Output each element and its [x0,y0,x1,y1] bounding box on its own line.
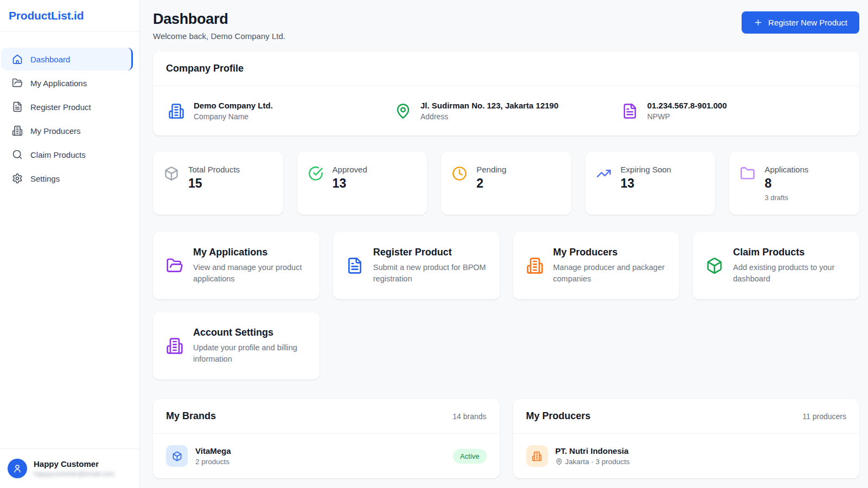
stat-applications: Applications 8 3 drafts [729,152,859,215]
package-icon [172,451,182,461]
sidebar-item-my-applications[interactable]: My Applications [1,72,133,94]
folder-open-icon [12,78,23,88]
action-my-producers[interactable]: My Producers Manage producer and package… [513,232,680,299]
stat-label: Applications [764,165,808,174]
sidebar-item-label: Claim Products [30,150,86,159]
my-producers-header: My Producers 11 producers [513,399,860,434]
action-title: Account Settings [193,327,307,338]
stat-value: 15 [188,176,240,191]
building-icon [168,103,184,119]
producers-count: 11 producers [802,412,846,421]
sidebar-item-label: Register Product [30,102,91,112]
page-subtitle: Welcome back, Demo Company Ltd. [153,31,285,41]
producer-location-products: Jakarta · 3 products [556,458,847,466]
register-new-product-button[interactable]: Register New Product [742,11,859,34]
sidebar-item-register-product[interactable]: Register Product [1,95,133,118]
action-title: Claim Products [733,247,846,258]
company-name-value: Demo Company Ltd. [194,101,273,110]
folder-open-icon [166,257,183,274]
stat-label: Total Products [188,165,240,174]
my-brands-header: My Brands 14 brands [153,399,500,434]
map-pin-icon [556,458,563,465]
action-description: Add existing products to your dashboard [733,262,846,285]
my-producers-card: My Producers 11 producers PT. Nutri Indo… [513,399,860,478]
brand-icon-container [166,445,188,467]
page-title: Dashboard [153,11,285,28]
user-email-blurred: happycustomer@email.com [34,470,114,478]
avatar [8,459,27,478]
check-circle-icon [308,166,323,181]
action-description: Manage producer and packager companies [553,262,667,285]
trending-up-icon [596,166,611,181]
package-icon [706,257,723,274]
stat-expiring-soon: Expiring Soon 13 [585,152,716,215]
action-title: My Producers [553,247,667,258]
building-icon [532,451,542,461]
action-title: Register Product [373,247,487,258]
action-my-applications[interactable]: My Applications View and manage your pro… [153,232,320,299]
brands-count: 14 brands [452,412,486,421]
file-text-icon [346,257,363,274]
stat-value: 2 [476,176,506,191]
map-pin-icon [395,103,411,119]
stat-label: Expiring Soon [621,165,671,174]
sidebar-item-label: My Applications [30,79,87,88]
building-icon [166,337,183,355]
plus-icon [754,18,763,27]
npwp-field: 01.234.567.8-901.000 NPWP [620,101,846,121]
stat-approved: Approved 13 [297,152,427,215]
action-description: Submit a new product for BPOM registrati… [373,262,487,285]
producer-list-item[interactable]: PT. Nutri Indonesia Jakarta · 3 products [513,434,860,478]
producer-name: PT. Nutri Indonesia [556,446,847,455]
stat-label: Approved [333,165,367,174]
app-logo: ProductList.id [0,0,139,31]
sidebar-item-claim-products[interactable]: Claim Products [1,143,133,166]
sidebar-nav: Dashboard My Applications Register Produ… [0,31,139,448]
clock-icon [452,166,467,181]
brand-list-item[interactable]: VitaMega 2 products Active [153,434,500,478]
bottom-lists: My Brands 14 brands VitaMega 2 products … [153,399,859,478]
action-register-product[interactable]: Register Product Submit a new product fo… [333,232,500,299]
my-brands-card: My Brands 14 brands VitaMega 2 products … [153,399,500,478]
npwp-label: NPWP [647,112,727,121]
company-profile-header: Company Profile [153,52,859,86]
brand-name: VitaMega [195,446,445,455]
company-profile-card: Company Profile Demo Company Ltd. Compan… [153,52,859,136]
user-name: Happy Customer [34,459,114,468]
stat-sub: 3 drafts [764,194,808,202]
address-field: Jl. Sudirman No. 123, Jakarta 12190 Addr… [393,101,620,121]
sidebar: ProductList.id Dashboard My Applications… [0,0,140,488]
user-icon [12,464,22,473]
action-claim-products[interactable]: Claim Products Add existing products to … [693,232,859,299]
stats-row: Total Products 15 Approved 13 Pending 2 … [153,152,859,215]
address-value: Jl. Sudirman No. 123, Jakarta 12190 [420,101,558,110]
quick-actions: My Applications View and manage your pro… [153,232,859,380]
page-header: Dashboard Welcome back, Demo Company Ltd… [153,11,859,41]
status-badge: Active [453,449,486,464]
company-name-label: Company Name [194,112,273,121]
stat-value: 13 [333,176,367,191]
action-title: My Applications [193,247,307,258]
company-name-field: Demo Company Ltd. Company Name [166,101,393,121]
producer-icon-container [526,445,548,467]
action-description: Update your profile and billing informat… [193,342,307,365]
my-producers-title: My Producers [526,410,591,422]
stat-total-products: Total Products 15 [153,152,283,215]
sidebar-item-settings[interactable]: Settings [1,167,133,190]
sidebar-item-my-producers[interactable]: My Producers [1,119,133,142]
register-new-product-label: Register New Product [768,18,847,27]
action-account-settings[interactable]: Account Settings Update your profile and… [153,312,320,380]
main-content: Dashboard Welcome back, Demo Company Ltd… [140,0,868,488]
sidebar-item-label: Dashboard [30,55,70,64]
package-icon [164,166,179,181]
brand-products-count: 2 products [195,458,445,466]
npwp-value: 01.234.567.8-901.000 [647,101,727,110]
file-text-icon [622,103,638,119]
sidebar-user-block[interactable]: Happy Customer happycustomer@email.com [0,448,139,488]
sidebar-item-dashboard[interactable]: Dashboard [1,48,133,70]
sidebar-item-label: Settings [30,174,60,183]
stat-value: 8 [764,176,808,191]
folder-icon [740,166,755,181]
company-profile-title: Company Profile [166,63,244,74]
address-label: Address [420,112,558,121]
